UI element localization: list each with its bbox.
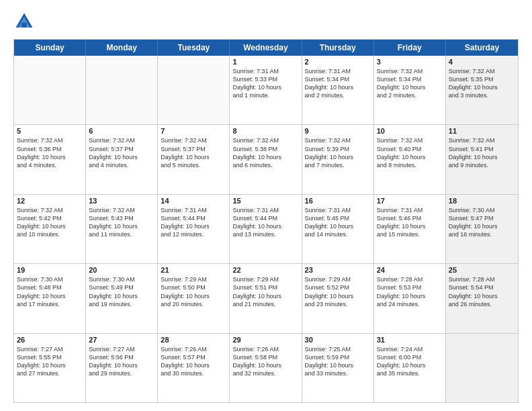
calendar-cell: 29Sunrise: 7:26 AMSunset: 5:58 PMDayligh…: [230, 334, 302, 402]
svg-rect-2: [21, 23, 26, 28]
calendar-cell: [86, 56, 158, 124]
cell-text: Sunrise: 7:24 AMSunset: 6:00 PMDaylight:…: [377, 345, 443, 378]
day-number: 20: [89, 266, 154, 274]
cell-text: Sunrise: 7:32 AMSunset: 5:35 PMDaylight:…: [449, 67, 515, 100]
cell-text: Sunrise: 7:32 AMSunset: 5:41 PMDaylight:…: [449, 136, 515, 169]
calendar-cell: 30Sunrise: 7:25 AMSunset: 5:59 PMDayligh…: [302, 334, 374, 402]
day-number: 7: [161, 127, 226, 135]
day-header-thursday: Thursday: [302, 40, 374, 56]
day-header-tuesday: Tuesday: [158, 40, 230, 56]
calendar-cell: 11Sunrise: 7:32 AMSunset: 5:41 PMDayligh…: [446, 125, 518, 193]
day-header-monday: Monday: [86, 40, 158, 56]
cell-text: Sunrise: 7:31 AMSunset: 5:44 PMDaylight:…: [232, 206, 298, 239]
calendar-cell: [158, 56, 230, 124]
cell-text: Sunrise: 7:31 AMSunset: 5:34 PMDaylight:…: [305, 67, 371, 100]
calendar-cell: 3Sunrise: 7:32 AMSunset: 5:34 PMDaylight…: [374, 56, 446, 124]
day-number: 15: [232, 197, 298, 205]
calendar-cell: 10Sunrise: 7:32 AMSunset: 5:40 PMDayligh…: [374, 125, 446, 193]
day-number: 4: [449, 58, 515, 66]
day-number: 17: [377, 197, 443, 205]
cell-text: Sunrise: 7:31 AMSunset: 5:46 PMDaylight:…: [377, 206, 443, 239]
calendar-cell: 21Sunrise: 7:29 AMSunset: 5:50 PMDayligh…: [158, 264, 230, 332]
day-number: 11: [449, 127, 515, 135]
calendar-cell: 4Sunrise: 7:32 AMSunset: 5:35 PMDaylight…: [446, 56, 518, 124]
cell-text: Sunrise: 7:32 AMSunset: 5:43 PMDaylight:…: [89, 206, 154, 239]
cell-text: Sunrise: 7:27 AMSunset: 5:56 PMDaylight:…: [89, 345, 154, 378]
cell-text: Sunrise: 7:29 AMSunset: 5:51 PMDaylight:…: [232, 275, 298, 308]
week-row-1: 5Sunrise: 7:32 AMSunset: 5:36 PMDaylight…: [14, 125, 518, 194]
cell-text: Sunrise: 7:32 AMSunset: 5:37 PMDaylight:…: [89, 136, 154, 169]
calendar-cell: 7Sunrise: 7:32 AMSunset: 5:37 PMDaylight…: [158, 125, 230, 193]
weeks: 1Sunrise: 7:31 AMSunset: 5:33 PMDaylight…: [14, 56, 518, 402]
cell-text: Sunrise: 7:31 AMSunset: 5:45 PMDaylight:…: [305, 206, 371, 239]
day-number: 12: [17, 197, 83, 205]
calendar-cell: 25Sunrise: 7:28 AMSunset: 5:54 PMDayligh…: [446, 264, 518, 332]
day-number: 18: [449, 197, 515, 205]
day-number: 14: [161, 197, 226, 205]
cell-text: Sunrise: 7:32 AMSunset: 5:42 PMDaylight:…: [17, 206, 83, 239]
day-number: 3: [377, 58, 443, 66]
day-number: 23: [305, 266, 371, 274]
day-number: 27: [89, 336, 154, 344]
cell-text: Sunrise: 7:32 AMSunset: 5:37 PMDaylight:…: [161, 136, 226, 169]
calendar-cell: 2Sunrise: 7:31 AMSunset: 5:34 PMDaylight…: [302, 56, 374, 124]
calendar-cell: 1Sunrise: 7:31 AMSunset: 5:33 PMDaylight…: [230, 56, 302, 124]
calendar-cell: 28Sunrise: 7:26 AMSunset: 5:57 PMDayligh…: [158, 334, 230, 402]
calendar-cell: 6Sunrise: 7:32 AMSunset: 5:37 PMDaylight…: [86, 125, 158, 193]
cell-text: Sunrise: 7:26 AMSunset: 5:57 PMDaylight:…: [161, 345, 226, 378]
day-number: 24: [377, 266, 443, 274]
day-header-saturday: Saturday: [446, 40, 518, 56]
week-row-3: 19Sunrise: 7:30 AMSunset: 5:48 PMDayligh…: [14, 264, 518, 333]
cell-text: Sunrise: 7:32 AMSunset: 5:40 PMDaylight:…: [377, 136, 443, 169]
day-number: 9: [305, 127, 371, 135]
week-row-0: 1Sunrise: 7:31 AMSunset: 5:33 PMDaylight…: [14, 56, 518, 125]
day-header-wednesday: Wednesday: [230, 40, 302, 56]
day-number: 19: [17, 266, 83, 274]
calendar-cell: 13Sunrise: 7:32 AMSunset: 5:43 PMDayligh…: [86, 195, 158, 263]
calendar-cell: [446, 334, 518, 402]
day-number: 21: [161, 266, 226, 274]
calendar-cell: 23Sunrise: 7:29 AMSunset: 5:52 PMDayligh…: [302, 264, 374, 332]
calendar: SundayMondayTuesdayWednesdayThursdayFrid…: [13, 39, 519, 403]
day-number: 28: [161, 336, 226, 344]
day-number: 8: [232, 127, 298, 135]
calendar-cell: 17Sunrise: 7:31 AMSunset: 5:46 PMDayligh…: [374, 195, 446, 263]
day-header-friday: Friday: [374, 40, 446, 56]
calendar-cell: 24Sunrise: 7:28 AMSunset: 5:53 PMDayligh…: [374, 264, 446, 332]
calendar-cell: 26Sunrise: 7:27 AMSunset: 5:55 PMDayligh…: [14, 334, 86, 402]
cell-text: Sunrise: 7:27 AMSunset: 5:55 PMDaylight:…: [17, 345, 83, 378]
header: [13, 11, 519, 32]
calendar-cell: [14, 56, 86, 124]
day-number: 25: [449, 266, 515, 274]
day-header-sunday: Sunday: [14, 40, 86, 56]
day-number: 31: [377, 336, 443, 344]
cell-text: Sunrise: 7:29 AMSunset: 5:52 PMDaylight:…: [305, 275, 371, 308]
day-number: 6: [89, 127, 154, 135]
day-number: 29: [232, 336, 298, 344]
calendar-cell: 19Sunrise: 7:30 AMSunset: 5:48 PMDayligh…: [14, 264, 86, 332]
calendar-cell: 27Sunrise: 7:27 AMSunset: 5:56 PMDayligh…: [86, 334, 158, 402]
cell-text: Sunrise: 7:28 AMSunset: 5:53 PMDaylight:…: [377, 275, 443, 308]
day-number: 22: [232, 266, 298, 274]
day-number: 26: [17, 336, 83, 344]
cell-text: Sunrise: 7:28 AMSunset: 5:54 PMDaylight:…: [449, 275, 515, 308]
calendar-cell: 18Sunrise: 7:30 AMSunset: 5:47 PMDayligh…: [446, 195, 518, 263]
cell-text: Sunrise: 7:32 AMSunset: 5:36 PMDaylight:…: [17, 136, 83, 169]
cell-text: Sunrise: 7:31 AMSunset: 5:44 PMDaylight:…: [161, 206, 226, 239]
calendar-cell: 12Sunrise: 7:32 AMSunset: 5:42 PMDayligh…: [14, 195, 86, 263]
calendar-cell: 31Sunrise: 7:24 AMSunset: 6:00 PMDayligh…: [374, 334, 446, 402]
cell-text: Sunrise: 7:32 AMSunset: 5:38 PMDaylight:…: [232, 136, 298, 169]
day-headers: SundayMondayTuesdayWednesdayThursdayFrid…: [14, 40, 518, 56]
day-number: 13: [89, 197, 154, 205]
day-number: 30: [305, 336, 371, 344]
week-row-2: 12Sunrise: 7:32 AMSunset: 5:42 PMDayligh…: [14, 195, 518, 264]
page: SundayMondayTuesdayWednesdayThursdayFrid…: [0, 0, 532, 411]
cell-text: Sunrise: 7:26 AMSunset: 5:58 PMDaylight:…: [232, 345, 298, 378]
calendar-cell: 14Sunrise: 7:31 AMSunset: 5:44 PMDayligh…: [158, 195, 230, 263]
calendar-cell: 22Sunrise: 7:29 AMSunset: 5:51 PMDayligh…: [230, 264, 302, 332]
calendar-cell: 9Sunrise: 7:32 AMSunset: 5:39 PMDaylight…: [302, 125, 374, 193]
day-number: 16: [305, 197, 371, 205]
cell-text: Sunrise: 7:30 AMSunset: 5:47 PMDaylight:…: [449, 206, 515, 239]
cell-text: Sunrise: 7:30 AMSunset: 5:48 PMDaylight:…: [17, 275, 83, 308]
cell-text: Sunrise: 7:30 AMSunset: 5:49 PMDaylight:…: [89, 275, 154, 308]
